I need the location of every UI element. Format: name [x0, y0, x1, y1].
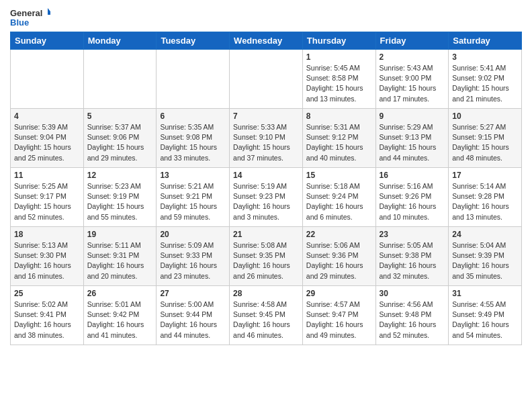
day-header-saturday: Saturday [449, 32, 522, 50]
day-header-monday: Monday [83, 32, 157, 50]
calendar-body: 1Sunrise: 5:45 AMSunset: 8:58 PMDaylight… [11, 50, 522, 345]
calendar-cell: 12Sunrise: 5:23 AMSunset: 9:19 PMDayligh… [83, 168, 157, 227]
week-row-5: 25Sunrise: 5:02 AMSunset: 9:41 PMDayligh… [11, 286, 522, 345]
calendar-cell: 26Sunrise: 5:01 AMSunset: 9:42 PMDayligh… [83, 286, 157, 345]
day-info: Sunrise: 5:43 AMSunset: 9:00 PMDaylight:… [380, 63, 445, 104]
calendar-cell: 9Sunrise: 5:29 AMSunset: 9:13 PMDaylight… [375, 109, 449, 168]
day-info: Sunrise: 5:09 AMSunset: 9:33 PMDaylight:… [160, 240, 226, 281]
day-info: Sunrise: 5:45 AMSunset: 8:58 PMDaylight:… [306, 63, 372, 104]
day-info: Sunrise: 5:19 AMSunset: 9:23 PMDaylight:… [233, 181, 299, 222]
calendar-cell: 2Sunrise: 5:43 AMSunset: 9:00 PMDaylight… [375, 50, 449, 109]
svg-text:Blue: Blue [10, 17, 29, 28]
day-number: 12 [87, 171, 153, 180]
day-number: 22 [306, 230, 372, 239]
day-number: 24 [452, 230, 518, 239]
day-info: Sunrise: 4:56 AMSunset: 9:48 PMDaylight:… [380, 300, 445, 340]
day-number: 15 [306, 171, 372, 180]
logo-svg: General Blue [10, 7, 50, 28]
calendar-cell: 23Sunrise: 5:05 AMSunset: 9:38 PMDayligh… [375, 227, 449, 286]
day-info: Sunrise: 4:58 AMSunset: 9:45 PMDaylight:… [233, 300, 299, 340]
calendar-cell: 31Sunrise: 4:55 AMSunset: 9:49 PMDayligh… [449, 286, 522, 345]
day-info: Sunrise: 5:18 AMSunset: 9:24 PMDaylight:… [306, 181, 372, 222]
calendar-cell [11, 50, 84, 109]
day-info: Sunrise: 5:25 AMSunset: 9:17 PMDaylight:… [14, 181, 80, 222]
day-number: 26 [87, 289, 153, 298]
day-info: Sunrise: 5:35 AMSunset: 9:08 PMDaylight:… [160, 122, 226, 163]
calendar-cell: 3Sunrise: 5:41 AMSunset: 9:02 PMDaylight… [449, 50, 522, 109]
calendar-cell: 29Sunrise: 4:57 AMSunset: 9:47 PMDayligh… [302, 286, 375, 345]
day-info: Sunrise: 5:31 AMSunset: 9:12 PMDaylight:… [306, 122, 372, 163]
day-number: 13 [160, 171, 226, 180]
calendar: SundayMondayTuesdayWednesdayThursdayFrid… [10, 32, 522, 345]
day-info: Sunrise: 4:55 AMSunset: 9:49 PMDaylight:… [452, 300, 518, 340]
week-row-4: 18Sunrise: 5:13 AMSunset: 9:30 PMDayligh… [11, 227, 522, 286]
day-info: Sunrise: 5:41 AMSunset: 9:02 PMDaylight:… [452, 63, 518, 104]
day-number: 28 [233, 289, 299, 298]
day-info: Sunrise: 5:33 AMSunset: 9:10 PMDaylight:… [233, 122, 299, 163]
day-number: 14 [233, 171, 299, 180]
day-info: Sunrise: 5:39 AMSunset: 9:04 PMDaylight:… [14, 122, 80, 163]
day-info: Sunrise: 5:14 AMSunset: 9:28 PMDaylight:… [452, 181, 518, 222]
calendar-cell: 20Sunrise: 5:09 AMSunset: 9:33 PMDayligh… [157, 227, 230, 286]
calendar-cell: 15Sunrise: 5:18 AMSunset: 9:24 PMDayligh… [302, 168, 375, 227]
day-number: 19 [87, 230, 153, 239]
day-header-thursday: Thursday [302, 32, 375, 50]
calendar-cell: 18Sunrise: 5:13 AMSunset: 9:30 PMDayligh… [11, 227, 84, 286]
calendar-cell: 27Sunrise: 5:00 AMSunset: 9:44 PMDayligh… [157, 286, 230, 345]
day-header-sunday: Sunday [11, 32, 84, 50]
calendar-cell: 10Sunrise: 5:27 AMSunset: 9:15 PMDayligh… [449, 109, 522, 168]
day-info: Sunrise: 5:11 AMSunset: 9:31 PMDaylight:… [87, 240, 153, 281]
day-number: 11 [14, 171, 80, 180]
day-info: Sunrise: 5:05 AMSunset: 9:38 PMDaylight:… [380, 240, 445, 281]
week-row-3: 11Sunrise: 5:25 AMSunset: 9:17 PMDayligh… [11, 168, 522, 227]
day-number: 2 [380, 52, 445, 62]
day-number: 10 [452, 111, 518, 121]
calendar-cell [157, 50, 230, 109]
calendar-cell [83, 50, 157, 109]
day-number: 6 [160, 111, 226, 121]
calendar-cell: 24Sunrise: 5:04 AMSunset: 9:39 PMDayligh… [449, 227, 522, 286]
calendar-cell: 30Sunrise: 4:56 AMSunset: 9:48 PMDayligh… [375, 286, 449, 345]
day-info: Sunrise: 5:06 AMSunset: 9:36 PMDaylight:… [306, 240, 372, 281]
calendar-header-row: SundayMondayTuesdayWednesdayThursdayFrid… [11, 32, 522, 50]
calendar-cell: 1Sunrise: 5:45 AMSunset: 8:58 PMDaylight… [302, 50, 375, 109]
calendar-cell: 19Sunrise: 5:11 AMSunset: 9:31 PMDayligh… [83, 227, 157, 286]
day-number: 25 [14, 289, 80, 298]
day-number: 30 [380, 289, 445, 298]
calendar-cell: 25Sunrise: 5:02 AMSunset: 9:41 PMDayligh… [11, 286, 84, 345]
svg-marker-2 [48, 8, 50, 15]
day-number: 7 [233, 111, 299, 121]
calendar-cell: 5Sunrise: 5:37 AMSunset: 9:06 PMDaylight… [83, 109, 157, 168]
day-info: Sunrise: 5:21 AMSunset: 9:21 PMDaylight:… [160, 181, 226, 222]
day-header-friday: Friday [375, 32, 449, 50]
day-number: 21 [233, 230, 299, 239]
day-info: Sunrise: 5:37 AMSunset: 9:06 PMDaylight:… [87, 122, 153, 163]
day-info: Sunrise: 5:01 AMSunset: 9:42 PMDaylight:… [87, 300, 153, 340]
calendar-cell: 6Sunrise: 5:35 AMSunset: 9:08 PMDaylight… [157, 109, 230, 168]
header: General Blue [10, 7, 522, 28]
calendar-cell: 8Sunrise: 5:31 AMSunset: 9:12 PMDaylight… [302, 109, 375, 168]
day-number: 27 [160, 289, 226, 298]
day-info: Sunrise: 5:27 AMSunset: 9:15 PMDaylight:… [452, 122, 518, 163]
day-info: Sunrise: 5:02 AMSunset: 9:41 PMDaylight:… [14, 300, 80, 340]
calendar-cell: 7Sunrise: 5:33 AMSunset: 9:10 PMDaylight… [230, 109, 303, 168]
day-number: 3 [452, 52, 518, 62]
day-number: 31 [452, 289, 518, 298]
day-number: 4 [14, 111, 80, 121]
logo: General Blue [10, 7, 50, 28]
calendar-cell: 28Sunrise: 4:58 AMSunset: 9:45 PMDayligh… [230, 286, 303, 345]
day-info: Sunrise: 5:08 AMSunset: 9:35 PMDaylight:… [233, 240, 299, 281]
calendar-cell: 14Sunrise: 5:19 AMSunset: 9:23 PMDayligh… [230, 168, 303, 227]
day-header-wednesday: Wednesday [230, 32, 303, 50]
calendar-cell: 11Sunrise: 5:25 AMSunset: 9:17 PMDayligh… [11, 168, 84, 227]
day-number: 9 [380, 111, 445, 121]
svg-text:General: General [10, 8, 42, 18]
day-header-tuesday: Tuesday [157, 32, 230, 50]
day-number: 23 [380, 230, 445, 239]
day-number: 5 [87, 111, 153, 121]
day-number: 20 [160, 230, 226, 239]
day-number: 18 [14, 230, 80, 239]
day-info: Sunrise: 5:23 AMSunset: 9:19 PMDaylight:… [87, 181, 153, 222]
calendar-cell [230, 50, 303, 109]
day-info: Sunrise: 5:00 AMSunset: 9:44 PMDaylight:… [160, 300, 226, 340]
